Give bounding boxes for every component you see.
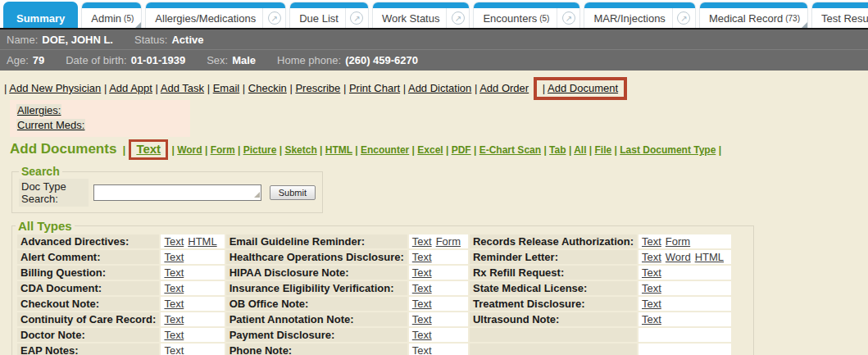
doc-type-link-cell: Text <box>161 281 224 295</box>
table-row: Billing Question:TextHIPAA Disclosure No… <box>17 266 731 280</box>
popout-arrow-icon: ↗ <box>562 11 575 25</box>
action-link-checkin[interactable]: Checkin <box>248 82 287 94</box>
tab-admin[interactable]: Admin(5) <box>81 2 142 28</box>
tab-due-list[interactable]: Due List↗ <box>289 2 369 28</box>
popout-arrow-icon: ↗ <box>452 11 465 25</box>
annotation-box-add-document: | Add Document <box>534 77 627 100</box>
action-link-add-order[interactable]: Add Order <box>479 82 529 94</box>
doc-type-link-cell: Text <box>161 266 224 280</box>
popout-arrow-icon: ↗ <box>677 11 690 25</box>
doc-type-label: Ultrasound Note: <box>470 312 637 326</box>
doc-type-label: Payment Disclosure: <box>226 328 407 342</box>
action-link-email[interactable]: Email <box>213 82 240 94</box>
age-label: Age: <box>7 54 29 66</box>
doc-link-reminder-letter-text[interactable]: Text <box>642 251 661 263</box>
doc-type-link-word[interactable]: Word <box>177 144 202 156</box>
doc-type-link-encounter[interactable]: Encounter <box>361 144 409 156</box>
sex-label: Sex: <box>207 54 228 66</box>
name-label: Name: <box>7 34 38 46</box>
tab-encounters[interactable]: Encounters(5)↗ <box>473 2 580 28</box>
doc-type-link-picture[interactable]: Picture <box>243 144 277 156</box>
doc-link-patient-annotation-note-text[interactable]: Text <box>412 313 432 325</box>
doc-link-alert-comment-text[interactable]: Text <box>164 251 184 263</box>
table-row: CDA Document:TextInsurance Eligibility V… <box>17 281 731 295</box>
action-link-add-dictation[interactable]: Add Dictation <box>408 82 471 94</box>
popout-icon[interactable]: ↗ <box>262 8 285 28</box>
doc-link-healthcare-operations-disclosure-text[interactable]: Text <box>412 251 432 263</box>
doc-type-label: Advanced Directives: <box>17 234 159 248</box>
doc-link-eap-notes-text[interactable]: Text <box>164 344 184 355</box>
doc-type-link-form[interactable]: Form <box>211 144 235 156</box>
doc-type-link-all[interactable]: All <box>574 144 586 156</box>
action-links: | Add New Physician | Add Appt | Add Tas… <box>0 77 868 100</box>
popout-icon[interactable]: ↗ <box>446 8 469 28</box>
doc-type-link-html[interactable]: HTML <box>325 144 352 156</box>
doc-link-advanced-directives-text[interactable]: Text <box>164 235 184 248</box>
doc-type-label: Records Release Authorization: <box>470 234 637 248</box>
doc-link-rx-refill-request-text[interactable]: Text <box>642 266 661 279</box>
chart-summary-box: Allergies: Current Meds: <box>10 100 190 137</box>
action-link-prescribe[interactable]: Prescribe <box>295 82 340 94</box>
doc-link-email-guideline-reminder-form[interactable]: Form <box>436 235 461 248</box>
allergies-link[interactable]: Allergies: <box>16 104 61 116</box>
doc-link-state-medical-license-text[interactable]: Text <box>642 282 661 294</box>
add-documents-heading: Add Documents <box>10 141 116 157</box>
doc-link-records-release-authorization-form[interactable]: Form <box>666 235 690 248</box>
current-meds-link[interactable]: Current Meds: <box>16 119 85 131</box>
submit-button[interactable]: Submit <box>270 185 316 200</box>
doc-type-label <box>470 344 637 355</box>
doc-link-continuity-of-care-record-text[interactable]: Text <box>164 313 184 325</box>
action-link-add-task[interactable]: Add Task <box>161 82 204 94</box>
doc-link-billing-question-text[interactable]: Text <box>164 266 184 279</box>
doc-link-records-release-authorization-text[interactable]: Text <box>642 235 661 248</box>
table-row: Alert Comment:TextHealthcare Operations … <box>17 250 731 264</box>
popout-icon[interactable]: ↗ <box>345 8 368 28</box>
add-documents-row: Add Documents | Text | Word | Form | Pic… <box>10 139 868 165</box>
doc-type-link-last-document-type[interactable]: Last Document Type <box>620 144 716 156</box>
doc-link-advanced-directives-html[interactable]: HTML <box>188 235 216 248</box>
doc-link-cda-document-text[interactable]: Text <box>164 282 184 294</box>
tab-allergies-medications[interactable]: Allergies/Medications↗ <box>145 2 286 28</box>
doc-link-treatment-disclosure-text[interactable]: Text <box>642 298 661 310</box>
doc-type-link-sketch[interactable]: Sketch <box>284 144 316 156</box>
popout-icon[interactable]: ↗ <box>672 8 695 28</box>
tab-label: Medical Record <box>700 12 789 25</box>
doc-type-link-cell <box>639 328 731 342</box>
doc-link-phone-note-text[interactable]: Text <box>412 344 432 355</box>
doc-type-link-tab[interactable]: Tab <box>549 144 566 156</box>
doc-type-link-cell: TextHTML <box>161 234 224 248</box>
doc-link-ultrasound-note-text[interactable]: Text <box>642 313 661 325</box>
doc-link-doctor-note-text[interactable]: Text <box>164 329 184 341</box>
doc-type-link-cell: Text <box>409 281 468 295</box>
table-row: EAP Notes:TextPhone Note:Text <box>17 344 731 355</box>
action-link-print-chart[interactable]: Print Chart <box>349 82 400 94</box>
tab-summary[interactable]: Summary <box>3 2 78 28</box>
doc-link-hipaa-disclosure-note-text[interactable]: Text <box>412 266 432 279</box>
action-link-add-new-physician[interactable]: Add New Physician <box>9 82 101 94</box>
doc-type-link-file[interactable]: File <box>595 144 612 156</box>
doc-type-search-input[interactable] <box>93 184 261 201</box>
popout-icon[interactable]: ↗ <box>557 8 579 28</box>
action-link-add-document[interactable]: Add Document <box>548 82 618 94</box>
dropdown-fold-icon <box>135 22 141 28</box>
tab-medical-record[interactable]: Medical Record(73) <box>699 2 808 28</box>
tab-test-results[interactable]: Test Results(2) <box>811 2 868 28</box>
doc-link-ob-office-note-text[interactable]: Text <box>412 298 432 310</box>
tab-mar-injections[interactable]: MAR/Injections↗ <box>584 2 695 28</box>
resize-handle-icon[interactable] <box>254 192 260 198</box>
doc-type-link-text[interactable]: Text <box>136 142 161 156</box>
doc-link-payment-disclosure-text[interactable]: Text <box>412 329 432 341</box>
doc-type-link-excel[interactable]: Excel <box>417 144 443 156</box>
tab-top-bar <box>146 2 285 8</box>
doc-link-insurance-eligibility-verification-text[interactable]: Text <box>412 282 432 294</box>
doc-type-label: Treatment Disclosure: <box>470 297 637 311</box>
doc-link-reminder-letter-word[interactable]: Word <box>666 251 691 263</box>
doc-type-link-e-chart-scan[interactable]: E-Chart Scan <box>479 144 541 156</box>
doc-link-reminder-letter-html[interactable]: HTML <box>695 251 724 263</box>
action-link-add-appt[interactable]: Add Appt <box>109 82 152 94</box>
doc-link-email-guideline-reminder-text[interactable]: Text <box>412 235 432 248</box>
tab-work-status[interactable]: Work Status↗ <box>372 2 470 28</box>
doc-type-link-pdf[interactable]: PDF <box>452 144 471 156</box>
doc-link-checkout-note-text[interactable]: Text <box>164 298 184 310</box>
doc-type-label <box>470 328 637 342</box>
